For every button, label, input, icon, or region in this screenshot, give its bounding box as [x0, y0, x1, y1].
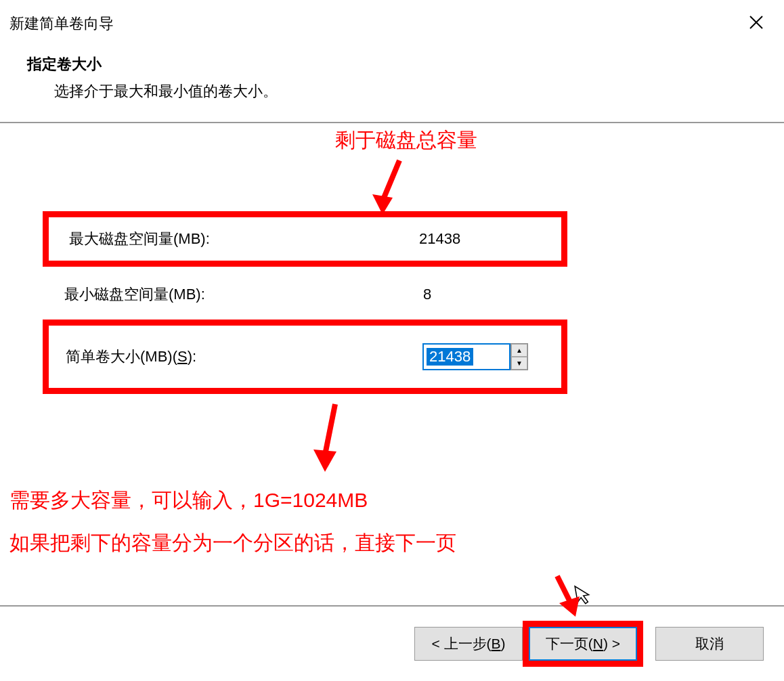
page-subtitle: 选择介于最大和最小值的卷大小。	[27, 81, 757, 102]
close-icon[interactable]	[742, 10, 770, 37]
min-space-value: 8	[423, 286, 545, 303]
spinner-up-button[interactable]: ▲	[511, 344, 527, 357]
highlight-box-size: 简单卷大小(MB)(S): 21438 ▲ ▼	[43, 320, 567, 394]
spinner-down-button[interactable]: ▼	[511, 357, 527, 370]
wizard-header: 指定卷大小 选择介于最大和最小值的卷大小。	[0, 41, 784, 122]
max-space-value: 21438	[419, 230, 541, 248]
cancel-button[interactable]: 取消	[655, 627, 764, 661]
hotkey-b: B	[492, 636, 501, 652]
min-space-row: 最小磁盘空间量(MB): 8	[64, 284, 545, 305]
volume-size-spinner: 21438 ▲ ▼	[422, 343, 544, 370]
back-prefix: < 上一步(	[431, 634, 491, 653]
min-space-label: 最小磁盘空间量(MB):	[64, 284, 423, 305]
content-area: 剩于磁盘总容量 最大磁盘空间量(MB): 21438 最小磁盘空间量(MB): …	[0, 123, 784, 584]
hotkey-s: S	[177, 348, 188, 365]
label-prefix: 简单卷大小(MB)(	[66, 348, 177, 365]
next-button[interactable]: 下一页(N) >	[529, 627, 637, 661]
volume-size-label: 简单卷大小(MB)(S):	[66, 347, 422, 367]
next-suffix: ) >	[603, 636, 620, 652]
svg-marker-5	[313, 449, 336, 472]
annotation-line2: 如果把剩下的容量分为一个分区的话，直接下一页	[9, 521, 456, 564]
hotkey-n: N	[593, 636, 603, 652]
label-suffix: ):	[188, 348, 196, 365]
svg-line-2	[383, 160, 399, 201]
back-button[interactable]: < 上一步(B)	[414, 627, 523, 661]
annotation-top: 剩于磁盘总容量	[335, 127, 477, 154]
volume-size-value: 21438	[427, 348, 473, 366]
max-space-label: 最大磁盘空间量(MB):	[69, 229, 419, 249]
highlight-box-next: 下一页(N) >	[523, 621, 643, 667]
annotation-bottom: 需要多大容量，可以输入，1G=1024MB 如果把剩下的容量分为一个分区的话，直…	[9, 479, 456, 564]
spinner-buttons: ▲ ▼	[510, 343, 528, 370]
window-title: 新建简单卷向导	[9, 14, 114, 34]
highlight-box-max: 最大磁盘空间量(MB): 21438	[43, 211, 567, 267]
max-space-row: 最大磁盘空间量(MB): 21438	[69, 229, 541, 249]
svg-line-6	[557, 576, 571, 603]
arrow-icon	[547, 573, 588, 620]
back-suffix: )	[501, 636, 506, 652]
svg-line-4	[325, 404, 335, 455]
volume-size-input[interactable]: 21438	[422, 343, 510, 370]
page-title: 指定卷大小	[27, 54, 757, 74]
next-prefix: 下一页(	[546, 634, 593, 653]
annotation-line1: 需要多大容量，可以输入，1G=1024MB	[9, 479, 456, 521]
arrow-icon	[308, 401, 349, 475]
arrow-icon	[369, 157, 410, 218]
title-bar: 新建简单卷向导	[0, 0, 784, 41]
wizard-footer: < 上一步(B) 下一页(N) > 取消	[0, 605, 784, 681]
